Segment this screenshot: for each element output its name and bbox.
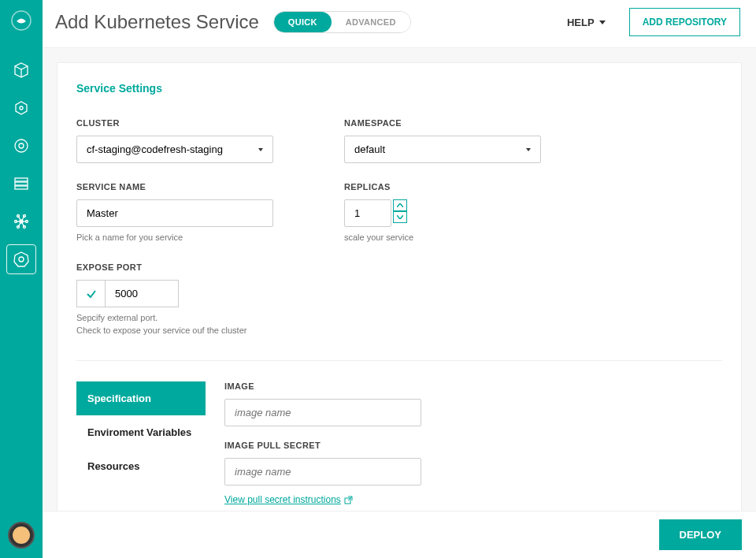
replicas-hint: scale your service bbox=[344, 232, 580, 244]
main: Add Kubernetes Service QUICK ADVANCED HE… bbox=[43, 0, 756, 558]
section-title: Service Settings bbox=[76, 82, 722, 95]
service-name-hint: Pick a name for you service bbox=[76, 232, 313, 244]
expose-port-hint1: Sepcify external port. bbox=[76, 312, 722, 324]
help-menu[interactable]: HELP bbox=[567, 17, 606, 28]
cluster-label: CLUSTER bbox=[76, 118, 313, 128]
sidebar-item-kubernetes[interactable] bbox=[6, 244, 36, 274]
replicas-input[interactable] bbox=[344, 199, 391, 227]
svg-point-22 bbox=[19, 257, 24, 262]
content: Service Settings CLUSTER cf-staging@code… bbox=[43, 48, 756, 558]
header: Add Kubernetes Service QUICK ADVANCED HE… bbox=[43, 0, 756, 48]
add-repository-button[interactable]: ADD REPOSITORY bbox=[629, 8, 740, 36]
tab-resources[interactable]: Resources bbox=[76, 449, 206, 483]
namespace-label: NAMESPACE bbox=[344, 118, 580, 128]
svg-marker-1 bbox=[16, 102, 27, 114]
expose-port-hint2: Check to expose your service ouf the clu… bbox=[76, 325, 722, 337]
deploy-button[interactable]: DEPLOY bbox=[659, 519, 742, 550]
sidebar-item-servers[interactable] bbox=[6, 169, 36, 199]
image-pull-secret-input[interactable] bbox=[224, 458, 421, 485]
pull-secret-link[interactable]: View pull secret instructions bbox=[224, 494, 353, 505]
cluster-value: cf-staging@codefresh-staging bbox=[87, 143, 223, 155]
page-title: Add Kubernetes Service bbox=[55, 11, 259, 33]
svg-point-4 bbox=[19, 143, 24, 148]
replicas-up-button[interactable] bbox=[393, 199, 407, 211]
image-pull-secret-label: IMAGE PULL SECRET bbox=[224, 441, 722, 450]
pull-secret-link-text: View pull secret instructions bbox=[224, 494, 341, 505]
expose-port-input[interactable] bbox=[105, 280, 179, 307]
help-label: HELP bbox=[567, 17, 595, 28]
avatar[interactable] bbox=[8, 522, 35, 549]
replicas-down-button[interactable] bbox=[393, 211, 407, 223]
sidebar-item-cube[interactable] bbox=[6, 55, 36, 85]
cluster-select[interactable]: cf-staging@codefresh-staging bbox=[76, 136, 273, 163]
expose-port-label: EXPOSE PORT bbox=[76, 262, 722, 272]
expose-port-checkbox[interactable] bbox=[76, 280, 105, 307]
service-name-input[interactable] bbox=[76, 199, 273, 227]
deploy-bar: DEPLOY bbox=[43, 511, 756, 558]
sidebar bbox=[0, 0, 43, 558]
chevron-down-icon bbox=[258, 148, 263, 151]
sidebar-item-network[interactable] bbox=[6, 93, 36, 123]
sidebar-item-gear[interactable] bbox=[6, 131, 36, 161]
divider bbox=[76, 360, 722, 361]
tab-env-variables[interactable]: Enviroment Variables bbox=[76, 415, 206, 449]
namespace-select[interactable]: default bbox=[344, 136, 541, 163]
tab-specification[interactable]: Specification bbox=[76, 381, 206, 415]
replicas-label: REPLICAS bbox=[344, 182, 580, 192]
namespace-value: default bbox=[354, 143, 385, 155]
image-label: IMAGE bbox=[224, 381, 722, 391]
replicas-spinner bbox=[393, 199, 407, 227]
settings-card: Service Settings CLUSTER cf-staging@code… bbox=[57, 62, 742, 558]
service-name-label: SERVICE NAME bbox=[76, 182, 313, 192]
svg-point-3 bbox=[15, 140, 28, 152]
mode-advanced-button[interactable]: ADVANCED bbox=[332, 12, 410, 32]
svg-rect-7 bbox=[15, 186, 28, 189]
chevron-down-icon bbox=[526, 148, 531, 151]
mode-toggle: QUICK ADVANCED bbox=[273, 11, 411, 33]
svg-rect-5 bbox=[15, 178, 28, 181]
sidebar-item-nodes[interactable] bbox=[6, 206, 36, 236]
svg-point-2 bbox=[20, 106, 23, 110]
mode-quick-button[interactable]: QUICK bbox=[274, 12, 332, 32]
logo-icon bbox=[10, 9, 32, 32]
chevron-down-icon bbox=[599, 20, 606, 24]
svg-rect-6 bbox=[15, 182, 28, 185]
image-input[interactable] bbox=[224, 399, 421, 426]
external-link-icon bbox=[344, 496, 353, 504]
svg-marker-21 bbox=[14, 252, 28, 266]
